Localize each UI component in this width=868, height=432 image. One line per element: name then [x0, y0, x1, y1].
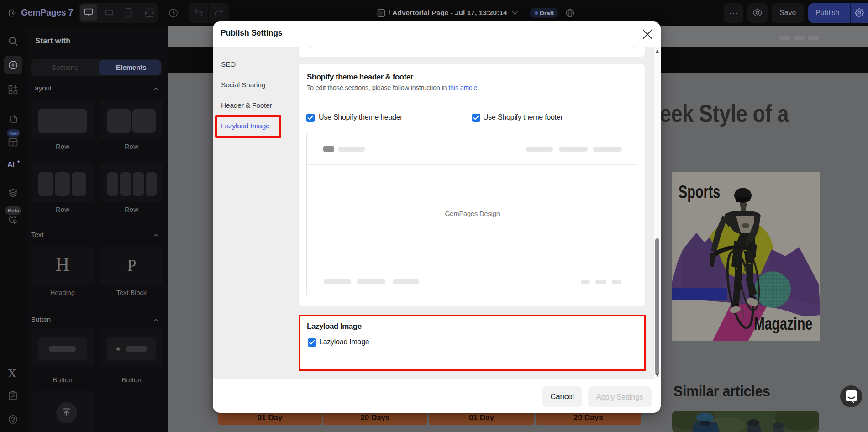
svg-text:Magazine: Magazine [754, 314, 812, 333]
svg-text:Sports: Sports [679, 181, 720, 202]
